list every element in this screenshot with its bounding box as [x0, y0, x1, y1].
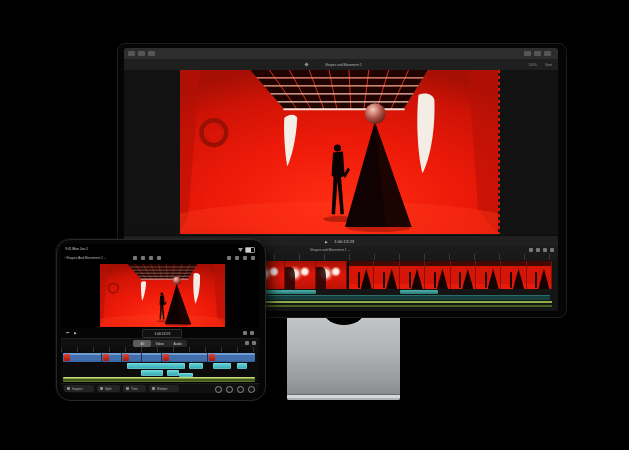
play-button[interactable]: ▶ — [325, 240, 328, 243]
viewer-title: Shapes and Movement 1 — [325, 63, 362, 66]
connected-audio-clip[interactable] — [400, 290, 438, 294]
workspace-toggles[interactable] — [524, 51, 554, 56]
trim-icon — [126, 387, 129, 390]
keyframe-icon[interactable] — [157, 256, 161, 260]
back-button[interactable]: ‹ Shapes And Movement 1 ⌄ — [64, 255, 140, 261]
clip-thumbnail[interactable] — [501, 261, 526, 289]
clip-thumbnail[interactable] — [64, 354, 70, 361]
connected-clip[interactable] — [141, 370, 163, 376]
ipad-bottom-toolbar: Inspect Split Trim Retime — [61, 383, 259, 393]
back-chevron-icon[interactable]: ‹ — [64, 256, 65, 259]
clip-thumbnail[interactable] — [400, 261, 425, 289]
primary-storyline[interactable] — [63, 353, 255, 362]
viewer-video-canvas — [180, 70, 498, 234]
ipad-transport-bar: ⏮ ▶ 1:00:13:23 — [61, 328, 259, 338]
primary-storyline — [254, 261, 552, 289]
fullscreen-icon[interactable] — [243, 331, 247, 335]
video-clip-selected[interactable] — [349, 261, 552, 289]
browser-toggle-icon[interactable] — [138, 51, 145, 56]
ipad-toolbar: ‹ Shapes And Movement 1 ⌄ — [61, 253, 259, 263]
timecode-display: 1:00:13:23 — [142, 329, 182, 338]
timeline-toggle-icon[interactable] — [148, 51, 155, 56]
project-icon — [305, 62, 309, 66]
sidebar-toggle-icon[interactable] — [128, 51, 135, 56]
clip-thumbnail[interactable] — [163, 354, 169, 361]
segment-audio[interactable]: Audio — [169, 340, 187, 347]
inspect-button[interactable]: Inspect — [64, 385, 94, 392]
desk-scene: { "mac": { "viewer_title": "Shapes and M… — [0, 0, 629, 450]
camera-button[interactable] — [226, 386, 233, 393]
clip-thumbnail[interactable] — [349, 261, 374, 289]
project-title-menu[interactable]: Shapes And Movement 1 ⌄ — [66, 256, 107, 259]
audio-track-clip[interactable] — [262, 295, 550, 300]
overlay-icon[interactable] — [250, 331, 254, 335]
timeline-filter-segmented[interactable]: All Video Audio — [133, 340, 187, 347]
clip-thumbnail[interactable] — [209, 354, 215, 361]
connected-clip[interactable] — [189, 363, 203, 369]
final-cut-pro-ipad: 9:41 Mon Jun 5 ‹ Shapes And Movement 1 ⌄ — [61, 244, 259, 393]
wifi-icon — [238, 248, 243, 252]
split-button[interactable]: Split — [97, 385, 120, 392]
ipad-timeline-tracks — [61, 352, 259, 382]
clip-thumbnail[interactable] — [527, 261, 552, 289]
trim-button[interactable]: Trim — [123, 385, 146, 392]
undo-icon[interactable] — [133, 256, 137, 260]
tools-icon[interactable] — [536, 248, 540, 252]
ipad-status-bar: 9:41 Mon Jun 5 — [61, 244, 259, 253]
inspect-icon — [67, 387, 70, 390]
stand-foot — [287, 394, 400, 400]
ipad-video-canvas — [100, 264, 225, 327]
zoom-icon[interactable] — [252, 341, 256, 345]
clip-thumbnail[interactable] — [425, 261, 450, 289]
jog-wheel-icon[interactable] — [149, 256, 153, 260]
segment-video[interactable]: Video — [151, 340, 169, 347]
index-icon[interactable] — [529, 248, 533, 252]
browser-icon[interactable] — [235, 256, 239, 260]
clip-thumbnail[interactable] — [374, 261, 399, 289]
left-panel — [124, 70, 181, 235]
split-icon — [100, 387, 103, 390]
timecode-display: 1:00:13:23 — [334, 239, 354, 243]
viewer-view-menu[interactable]: View — [545, 63, 552, 66]
clip-thumbnail[interactable] — [316, 261, 347, 289]
share-icon[interactable] — [251, 256, 255, 260]
status-time: 9:41 Mon Jun 5 — [65, 247, 88, 250]
clip-thumbnail[interactable] — [103, 354, 109, 361]
play-button[interactable]: ▶ — [74, 331, 77, 334]
viewer-zoom-menu[interactable]: 100% — [528, 63, 536, 66]
music-track[interactable] — [254, 301, 552, 303]
connected-clip[interactable] — [127, 363, 185, 369]
media-pane-icon[interactable] — [524, 51, 531, 56]
clip-thumbnail[interactable] — [285, 261, 316, 289]
retime-icon — [152, 387, 155, 390]
mic-button[interactable] — [215, 386, 222, 393]
clip-thumbnail[interactable] — [451, 261, 476, 289]
connected-audio-clip[interactable] — [262, 290, 316, 294]
zoom-slider-icon[interactable] — [550, 248, 554, 252]
connected-clip[interactable] — [237, 363, 247, 369]
snapping-icon[interactable] — [245, 341, 249, 345]
render-icon[interactable] — [227, 256, 231, 260]
more-button[interactable] — [248, 386, 255, 393]
inspector-icon[interactable] — [243, 256, 247, 260]
timeline-project-menu[interactable]: Shapes and Movement 1 ⌄ — [310, 248, 350, 251]
viewer-edge-dashes — [498, 70, 500, 234]
music-track-2[interactable] — [254, 305, 552, 307]
clip-thumbnail[interactable] — [476, 261, 501, 289]
redo-icon[interactable] — [141, 256, 145, 260]
snapping-icon[interactable] — [543, 248, 547, 252]
jog-button[interactable] — [237, 386, 244, 393]
video-clip[interactable] — [254, 261, 347, 289]
retime-button[interactable]: Retime — [149, 385, 179, 392]
connected-clip[interactable] — [213, 363, 231, 369]
window-controls[interactable] — [128, 51, 158, 56]
inspector-pane-icon[interactable] — [544, 51, 551, 56]
clip-thumbnail[interactable] — [123, 354, 129, 361]
effects-pane-icon[interactable] — [534, 51, 541, 56]
music-track[interactable] — [63, 377, 255, 382]
connected-clip[interactable] — [167, 370, 179, 376]
right-panel — [500, 70, 558, 235]
skip-back-button[interactable]: ⏮ — [66, 331, 69, 334]
monitor-stand — [287, 312, 400, 400]
segment-all[interactable]: All — [133, 340, 151, 347]
